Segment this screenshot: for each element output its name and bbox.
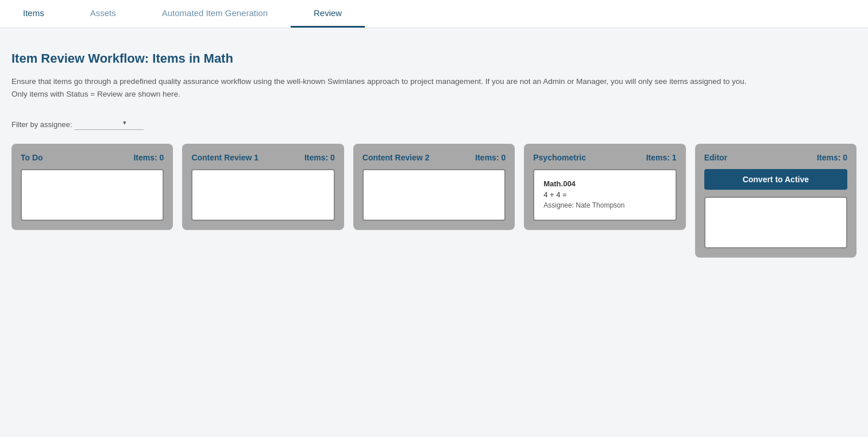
swimlane-title-editor: Editor xyxy=(704,153,727,162)
chevron-down-icon: ▾ xyxy=(123,119,126,126)
item-assignee: Assignee: Nate Thompson xyxy=(543,201,666,209)
assignee-filter[interactable]: ▾ xyxy=(75,118,144,130)
item-id: Math.004 xyxy=(543,179,666,188)
filter-label: Filter by assignee: xyxy=(11,120,72,129)
swimlane-container: To DoItems: 0Content Review 1Items: 0Con… xyxy=(11,144,857,258)
swimlane-body-to-do xyxy=(21,169,164,221)
swimlane-count-to-do: Items: 0 xyxy=(133,153,164,162)
swimlane-content-review-2: Content Review 2Items: 0 xyxy=(353,144,515,230)
swimlane-psychometric: PsychometricItems: 1Math.0044 + 4 =Assig… xyxy=(524,144,685,230)
swimlane-count-editor: Items: 0 xyxy=(817,153,847,162)
swimlane-count-content-review-2: Items: 0 xyxy=(475,153,506,162)
swimlane-content-review-1: Content Review 1Items: 0 xyxy=(182,144,344,230)
swimlane-title-psychometric: Psychometric xyxy=(533,153,586,162)
swimlane-editor: EditorItems: 0Convert to Active xyxy=(695,144,857,258)
swimlane-body-psychometric: Math.0044 + 4 =Assignee: Nate Thompson xyxy=(533,169,676,221)
tab-assets[interactable]: Assets xyxy=(67,0,139,28)
swimlane-title-content-review-1: Content Review 1 xyxy=(191,153,259,162)
top-navigation: ItemsAssetsAutomated Item GenerationRevi… xyxy=(0,0,868,28)
swimlane-header-content-review-2: Content Review 2Items: 0 xyxy=(362,153,506,162)
tab-automated-item-generation[interactable]: Automated Item Generation xyxy=(139,0,291,28)
description-line2: Only items with Status = Review are show… xyxy=(11,90,180,98)
description-line1: Ensure that items go through a predefine… xyxy=(11,77,746,86)
convert-to-active-button[interactable]: Convert to Active xyxy=(704,169,847,190)
swimlane-body-content-review-1 xyxy=(191,169,334,221)
swimlane-count-psychometric: Items: 1 xyxy=(646,153,677,162)
item-content: 4 + 4 = xyxy=(543,190,666,199)
swimlane-header-editor: EditorItems: 0 xyxy=(704,153,847,162)
swimlane-count-content-review-1: Items: 0 xyxy=(304,153,335,162)
item-card-Math.004[interactable]: Math.0044 + 4 =Assignee: Nate Thompson xyxy=(539,175,670,214)
swimlane-header-content-review-1: Content Review 1Items: 0 xyxy=(191,153,334,162)
swimlane-body-editor xyxy=(704,197,847,248)
swimlane-body-content-review-2 xyxy=(362,169,506,221)
tab-items[interactable]: Items xyxy=(0,0,67,28)
tab-review[interactable]: Review xyxy=(291,0,365,28)
swimlane-header-to-do: To DoItems: 0 xyxy=(21,153,164,162)
page-title: Item Review Workflow: Items in Math xyxy=(11,51,857,66)
main-content: Item Review Workflow: Items in Math Ensu… xyxy=(0,28,868,269)
swimlane-to-do: To DoItems: 0 xyxy=(11,144,173,230)
swimlane-header-psychometric: PsychometricItems: 1 xyxy=(533,153,676,162)
swimlane-title-content-review-2: Content Review 2 xyxy=(362,153,430,162)
page-description: Ensure that items go through a predefine… xyxy=(11,75,857,100)
filter-row: Filter by assignee: ▾ xyxy=(11,118,857,130)
swimlane-title-to-do: To Do xyxy=(21,153,43,162)
